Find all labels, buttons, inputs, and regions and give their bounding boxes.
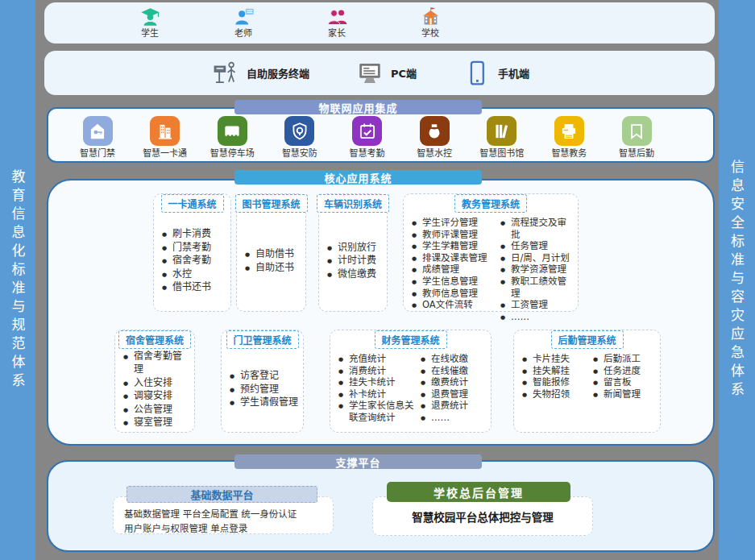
system-items-col1: 学生评分管理 教师评课管理 学生学籍管理 排课及课表管理 成绩管理 学生信息管理…	[412, 217, 500, 311]
terminals-panel: 自助服务终端 PC端 手机端	[44, 51, 715, 95]
system-title: 门卫管理系统	[226, 330, 298, 349]
list-item: 自助还书	[245, 261, 302, 275]
iot-banner: 物联网应用集成	[234, 100, 482, 114]
system-items: 识别放行 计时计费 微信缴费	[327, 241, 384, 281]
list-item: 门禁考勤	[162, 241, 227, 255]
iot-label: 智慧考勤	[350, 149, 385, 159]
smart-campus-architecture-diagram: 教育信息化标准与规范体系 信息安全标准与容灾应急体系 学生 老师	[0, 0, 755, 560]
list-item: 水控	[162, 268, 227, 281]
system-box-gate: 门卫管理系统 访客登记 预约管理 学生请假管理	[221, 330, 304, 433]
list-item: 任务进度	[593, 365, 657, 377]
door-access-icon	[83, 116, 113, 146]
list-item: 学生请假管理	[230, 396, 300, 409]
system-items-col2: 后勤派工 任务进度 留言板 新闻管理	[593, 353, 657, 400]
list-item: 排课及课表管理	[412, 252, 500, 264]
system-box-onecard: 一卡通系统 刷卡消费 门禁考勤 宿舍考勤 水控 借书还书	[153, 193, 231, 312]
list-item: 教师信息管理	[412, 288, 500, 300]
list-item: 流程提交及审批	[500, 217, 575, 240]
terminal-item-pc: PC端	[356, 60, 417, 87]
terminal-label: 自助服务终端	[247, 65, 309, 81]
iot-item-eduadmin: 智慧教务	[541, 116, 597, 161]
iot-label: 智慧图书馆	[479, 149, 524, 159]
system-items: 宿舍考勤管理 入住安排 调寝安排 公告管理 寝室管理	[123, 350, 191, 429]
parking-icon	[218, 116, 247, 146]
school-icon	[420, 6, 442, 28]
system-box-eduadmin: 教务管理系统 学生评分管理 教师评课管理 学生学籍管理 排课及课表管理 成绩管理…	[403, 193, 579, 312]
list-item: 在线催缴	[421, 365, 487, 377]
list-item: 后勤派工	[593, 353, 657, 365]
iot-item-library: 智慧图书馆	[474, 116, 530, 161]
list-item: 宿舍考勤	[162, 254, 227, 268]
student-icon	[139, 6, 161, 28]
list-item: 识别放行	[327, 241, 384, 255]
iot-item-logistics: 智慧后勤	[608, 116, 665, 161]
system-items: 刷卡消费 门禁考勤 宿舍考勤 水控 借书还书	[162, 227, 227, 294]
parents-icon	[326, 6, 348, 28]
security-icon	[284, 116, 314, 146]
system-title: 财务管理系统	[374, 330, 446, 349]
user-item-teacher: 老师	[214, 6, 272, 39]
list-item: 留言板	[593, 376, 657, 388]
right-standards-label: 信息安全标准与容灾应急体系	[727, 160, 747, 400]
list-item: 退费管理	[421, 388, 487, 400]
right-standards-bar: 信息安全标准与容灾应急体系	[719, 0, 755, 560]
terminal-item-phone: 手机端	[463, 60, 529, 87]
list-item: ……	[421, 412, 487, 424]
system-items-col2: 流程提交及审批 任务管理 日/周、月计划 教学资源管理 教职工绩效管理 工资管理…	[500, 217, 575, 322]
list-item: 缴费统计	[421, 376, 487, 388]
left-standards-label: 教育信息化标准与规范体系	[8, 169, 28, 392]
user-label: 家长	[328, 29, 346, 39]
list-item: 微信缴费	[327, 268, 384, 281]
list-item: 学生家长信息关联查询统计	[338, 400, 421, 423]
iot-label: 智慧水控	[417, 149, 452, 159]
iot-item-onecard: 智慧一卡通	[137, 116, 193, 161]
user-item-school: 学校	[401, 6, 459, 39]
system-box-dorm: 宿舍管理系统 宿舍考勤管理 入住安排 调寝安排 公告管理 寝室管理	[114, 330, 195, 433]
list-item: 教学资源管理	[500, 263, 575, 276]
iot-panel: 智慧门禁 智慧一卡通 智慧停车场	[47, 107, 715, 163]
list-item: 失物招领	[522, 388, 593, 400]
list-item: 公告管理	[123, 403, 191, 417]
list-item: 宿舍考勤管理	[123, 350, 191, 376]
list-item: 学生评分管理	[412, 217, 500, 229]
system-title: 后勤管理系统	[550, 330, 623, 349]
kiosk-icon	[212, 60, 239, 87]
list-item: 教职工绩效管理	[500, 276, 575, 299]
list-item: 刷卡消费	[162, 227, 227, 241]
list-item: 教师评课管理	[412, 229, 500, 241]
terminal-item-kiosk: 自助服务终端	[212, 60, 309, 87]
system-items: 自助借书 自助还书	[245, 247, 302, 274]
iot-item-door-access: 智慧门禁	[69, 116, 126, 161]
system-box-library: 图书管理系统 自助借书 自助还书	[236, 193, 306, 312]
iot-item-attendance: 智慧考勤	[339, 116, 396, 161]
teacher-icon	[233, 6, 255, 28]
list-item: 工资管理	[500, 299, 575, 311]
iot-label: 智慧后勤	[619, 149, 654, 159]
iot-label: 智慧一卡通	[143, 149, 187, 159]
list-item: OA文件流转	[412, 299, 500, 311]
system-box-finance: 财务管理系统 充值统计 消费统计 挂失卡统计 补卡统计 学生家长信息关联查询统计…	[330, 330, 492, 433]
system-title: 车辆识别系统	[317, 194, 389, 213]
system-items-col1: 充值统计 消费统计 挂失卡统计 补卡统计 学生家长信息关联查询统计	[338, 353, 421, 424]
base-data-platform-header: 基础数据平台	[127, 486, 317, 503]
water-icon	[420, 116, 450, 146]
list-item: 智能报修	[522, 376, 593, 388]
attendance-icon	[352, 116, 382, 146]
system-title: 宿舍管理系统	[118, 330, 191, 349]
library-icon	[487, 116, 516, 146]
core-banner: 核心应用系统	[234, 170, 482, 185]
list-item: 新闻管理	[593, 388, 657, 400]
iot-item-security: 智慧安防	[272, 116, 328, 161]
user-label: 学生	[141, 29, 159, 39]
pc-icon	[356, 60, 384, 87]
iot-label: 智慧教务	[551, 149, 587, 159]
user-item-parents: 家长	[308, 6, 366, 39]
system-items-col1: 卡片挂失 挂失解挂 智能报修 失物招领	[522, 353, 593, 400]
list-item: 在线收缴	[421, 353, 487, 365]
list-item: 计时计费	[327, 254, 384, 268]
base-platform-line2: 用户账户与权限管理 单点登录	[124, 522, 333, 537]
user-label: 老师	[234, 29, 252, 39]
list-item: 日/周、月计划	[500, 252, 575, 264]
iot-label: 智慧门禁	[80, 149, 115, 159]
list-item: 寝室管理	[123, 416, 191, 429]
